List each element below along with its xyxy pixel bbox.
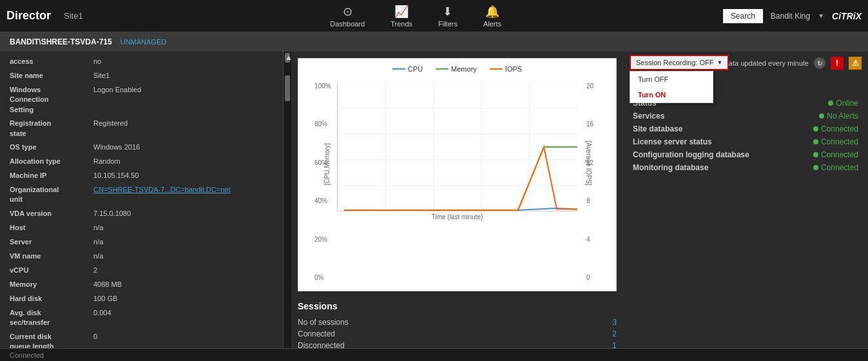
user-dropdown-arrow[interactable]: ▼: [818, 12, 824, 19]
main-content: access no Site name Site1 WindowsConnect…: [0, 52, 868, 361]
scroll-up-arrow[interactable]: ▲: [285, 53, 290, 63]
row-hard-disk: Hard disk 100 GB: [0, 292, 283, 306]
status-value-site-db: Connected: [813, 124, 858, 133]
search-button[interactable]: Search: [723, 9, 763, 23]
status-row-monitoring: Monitoring database Connected: [633, 161, 858, 174]
value-org-unit[interactable]: CN=SHREE-TSVDA-7...DC=bandit,DC=net: [93, 185, 273, 195]
scroll-thumb[interactable]: [285, 75, 290, 101]
label-machine-ip: Machine IP: [10, 171, 93, 180]
status-table: Status Online Services No Alerts Site da…: [633, 97, 858, 174]
label-site-name: Site name: [10, 71, 93, 81]
row-os-type: OS type Windows 2016: [0, 141, 283, 155]
alert-yellow-icon[interactable]: ⚠: [849, 57, 862, 70]
status-value-license: Connected: [813, 137, 858, 146]
memory-legend-label: Memory: [451, 65, 477, 73]
top-nav: Director Site1 ⊙ Dashboard 📈 Trends ⬇ Fi…: [0, 0, 868, 32]
legend-iops: IOPS: [490, 65, 522, 73]
row-avg-disk: Avg. disksec/transfer 0.004: [0, 306, 283, 330]
legend-cpu: CPU: [392, 65, 423, 73]
dashboard-icon: ⊙: [343, 5, 352, 19]
breadcrumb-bar: BANDIT\SHREE-TSVDA-715 UNMANAGED: [0, 32, 868, 52]
row-vm-name: VM name n/a: [0, 249, 283, 264]
label-vcpu: vCPU: [10, 266, 93, 275]
nav-dashboard[interactable]: ⊙ Dashboard: [330, 5, 365, 28]
row-access: access no: [0, 55, 283, 69]
status-bar-text: Connected: [10, 351, 44, 359]
row-org-unit: Organizationalunit CN=SHREE-TSVDA-7...DC…: [0, 183, 283, 207]
dropdown-turn-on[interactable]: Turn ON: [630, 87, 713, 102]
value-vm-name: n/a: [93, 251, 273, 261]
value-os-type: Windows 2016: [93, 142, 273, 152]
status-row-site-db: Site database Connected: [633, 122, 858, 135]
chart-wrapper: 100%80%60%40%20%0% 201612840 [CPU,Memory…: [337, 83, 577, 281]
status-text-monitoring: Connected: [821, 163, 858, 172]
row-memory: Memory 4088 MB: [0, 278, 283, 292]
label-server: Server: [10, 237, 93, 247]
label-vda-version: VDA version: [10, 209, 93, 219]
status-value-status: Online: [828, 99, 858, 108]
session-row-total: No of sessions 3: [298, 317, 617, 328]
nav-trends[interactable]: 📈 Trends: [391, 5, 412, 28]
sessions-panel: Sessions No of sessions 3 Connected 2 Di…: [298, 298, 617, 355]
nav-alerts-label: Alerts: [483, 20, 501, 28]
cpu-legend-dot: [392, 68, 405, 70]
data-update-text: Data updated every minute: [724, 59, 809, 67]
nav-right: Search Bandit King ▼ CiTRiX: [723, 9, 862, 23]
trends-icon: 📈: [394, 5, 409, 19]
label-vm-name: VM name: [10, 251, 93, 261]
label-avg-disk: Avg. disksec/transfer: [10, 308, 93, 328]
value-avg-disk: 0.004: [93, 308, 273, 318]
refresh-icon[interactable]: ↻: [814, 57, 825, 69]
status-text-online: Online: [836, 99, 858, 108]
status-row-license: License server status Connected: [633, 135, 858, 148]
status-dot-services: [819, 113, 824, 119]
row-vcpu: vCPU 2: [0, 264, 283, 278]
dropdown-turn-off[interactable]: Turn OFF: [630, 72, 713, 87]
citrix-logo: CiTRiX: [832, 11, 862, 21]
label-memory: Memory: [10, 280, 93, 289]
value-windows-connection: Logon Enabled: [93, 85, 273, 95]
dropdown-arrow: ▼: [717, 59, 722, 66]
status-text-site-db: Connected: [821, 124, 858, 133]
scrollbar[interactable]: ▲ ▼: [284, 52, 291, 361]
nav-filters-label: Filters: [438, 20, 458, 28]
y-right-label: [Average IOPS]: [585, 141, 592, 185]
row-windows-connection: WindowsConnectionSetting Logon Enabled: [0, 83, 283, 117]
value-hard-disk: 100 GB: [93, 294, 273, 304]
session-recording-dropdown: Turn OFF Turn ON: [630, 71, 713, 103]
label-allocation: Allocation type: [10, 157, 93, 166]
right-panel: Session Recording: OFF ▼ Turn OFF Turn O…: [623, 52, 868, 361]
row-host: Host n/a: [0, 221, 283, 235]
nav-trends-label: Trends: [391, 20, 412, 28]
status-dot-license: [813, 139, 818, 144]
director-logo: Director: [6, 9, 51, 23]
label-windows-connection: WindowsConnectionSetting: [10, 85, 93, 115]
nav-alerts[interactable]: 🔔 Alerts: [483, 5, 501, 28]
status-dot-online: [828, 101, 833, 106]
session-connected-label: Connected: [298, 329, 335, 338]
chart-legend: CPU Memory IOPS: [305, 65, 610, 73]
value-vda-version: 7.15.0.1080: [93, 209, 273, 219]
status-row-services: Services No Alerts: [633, 110, 858, 122]
row-server: Server n/a: [0, 235, 283, 249]
value-disk-queue: 0: [93, 332, 273, 342]
value-server: n/a: [93, 237, 273, 247]
site-label: Site1: [64, 11, 83, 21]
data-update-bar: Data updated every minute ↻ ! ⚠: [724, 57, 862, 70]
session-recording-button[interactable]: Session Recording: OFF ▼: [630, 55, 729, 70]
status-label-services: Services: [633, 112, 664, 121]
status-label-site-db: Site database: [633, 124, 682, 133]
row-site-name: Site name Site1: [0, 69, 283, 83]
value-registration: Registered: [93, 119, 273, 128]
user-name[interactable]: Bandit King: [771, 12, 810, 21]
label-org-unit: Organizationalunit: [10, 185, 93, 205]
status-label-license: License server status: [633, 137, 712, 146]
nav-filters[interactable]: ⬇ Filters: [438, 5, 458, 28]
value-memory: 4088 MB: [93, 280, 273, 289]
value-host: n/a: [93, 223, 273, 233]
iops-legend-label: IOPS: [505, 65, 522, 73]
label-hard-disk: Hard disk: [10, 294, 93, 304]
alert-red-icon[interactable]: !: [831, 57, 844, 70]
status-row-config-log: Configuration logging database Connected: [633, 148, 858, 161]
status-value-config-log: Connected: [813, 150, 858, 159]
